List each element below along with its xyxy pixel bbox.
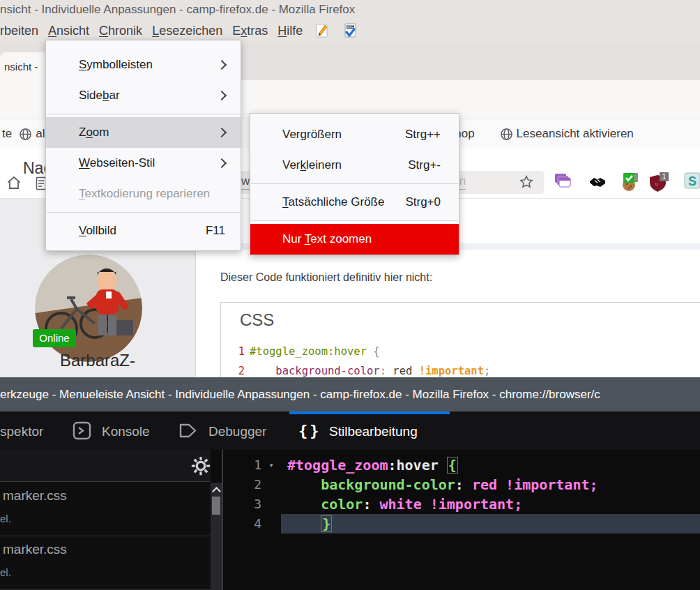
menu-item-zoom[interactable]: Zoom (46, 117, 241, 148)
code-line: 2 background-color: red !important; (227, 361, 490, 379)
line-number[interactable]: 2 (223, 475, 261, 494)
stylesheet-list-toolbar (0, 450, 211, 482)
menu-item-webseiten-stil[interactable]: Webseiten-Stil (46, 148, 241, 179)
bookmark-item[interactable]: Leseansicht aktivieren (500, 127, 634, 141)
menu-separator (251, 183, 458, 184)
svg-text:u: u (655, 181, 658, 187)
tab-debugger[interactable]: Debugger (208, 411, 266, 450)
stylesheet-item[interactable]: marker.cssel. (0, 536, 211, 590)
globe-icon (500, 128, 513, 141)
menu-separator (251, 220, 458, 221)
menu-item-textkodierung-reparieren: Textkodierung reparieren (46, 179, 241, 209)
tab-manager-extension-icon[interactable] (553, 172, 574, 192)
style-editor-braces-icon: {} (298, 411, 321, 450)
bookmark-star-icon[interactable] (519, 174, 534, 192)
style-editor-panel: marker.cssel.marker.cssel. 1▾#toggle_zoo… (0, 450, 700, 590)
bookmark-label: te (2, 127, 12, 141)
tab-stilbearbeitung[interactable]: Stilbearbeitung (329, 411, 418, 450)
menu-item-label: Vollbild (79, 224, 116, 238)
fold-arrow-icon[interactable]: ▾ (261, 455, 281, 475)
bookmark-label: Leseansicht aktivieren (517, 127, 634, 141)
menu-shortcut: Strg+- (408, 158, 441, 172)
tab-title: nsicht - (4, 61, 38, 73)
line-gutter: 1▾ (223, 455, 281, 475)
stylesheet-item[interactable]: marker.cssel. (0, 483, 211, 536)
scrollbar-thumb[interactable] (212, 497, 220, 515)
menubar-item-rbeiten[interactable]: rbeiten (0, 24, 38, 38)
menu-item-label: Webseiten-Stil (79, 156, 155, 170)
browser-toolbox-window: erkzeuge - Menueleiste Ansicht - Individ… (0, 377, 700, 590)
post-author-username[interactable]: BarbaraZ- (0, 351, 195, 370)
menu-item-label: Nur Text zoomen (282, 232, 372, 246)
stylesheet-name: marker.css (3, 542, 211, 557)
editor-line: 2 background-color: red !important; (223, 475, 700, 494)
stylesheet-list: marker.cssel.marker.cssel. (0, 483, 211, 590)
debugger-icon (178, 422, 197, 442)
code-text: #toggle_zoom:hover { (250, 342, 380, 361)
submenu-arrow-icon (217, 128, 227, 137)
menu-shortcut: Strg+0 (405, 195, 441, 209)
window-title: nsicht - Individuelle Anpassungen - camp… (0, 3, 355, 16)
handshake-extension-icon[interactable] (588, 172, 609, 192)
menu-shortcut: F11 (206, 224, 225, 238)
tab-inspektor[interactable]: spektor (0, 411, 43, 450)
zoom-submenu-popup: VergrößernStrg++VerkleinernStrg+-Tatsäch… (250, 113, 459, 255)
submenu-arrow-icon (217, 60, 227, 70)
globe-icon (19, 128, 32, 141)
scrollbar-up-icon[interactable] (212, 487, 221, 496)
menu-item-vollbild[interactable]: VollbildF11 (46, 215, 241, 246)
menu-item-label: Zoom (79, 126, 109, 139)
svg-text:1: 1 (662, 173, 667, 181)
screen: nsicht - Individuelle Anpassungen - camp… (0, 0, 700, 590)
menu-item-label: Vergrößern (282, 128, 342, 142)
code-text[interactable]: #toggle_zoom:hover { (281, 455, 700, 475)
home-icon[interactable] (6, 174, 22, 194)
menu-item-symbolleisten[interactable]: Symbolleisten (46, 50, 241, 80)
toolbox-title: erkzeuge - Menueleiste Ansicht - Individ… (0, 388, 600, 401)
bookmark-item[interactable]: te (2, 127, 12, 141)
note-pencil-icon[interactable] (314, 22, 330, 39)
browser-titlebar: nsicht - Individuelle Anpassungen - camp… (0, 0, 700, 20)
menu-item-verkleinern[interactable]: VerkleinernStrg+- (250, 150, 459, 181)
console-icon (73, 421, 91, 443)
ansicht-menu-popup: SymbolleistenSidebarZoomWebseiten-StilTe… (45, 40, 241, 251)
menu-item-label: Sidebar (79, 89, 120, 103)
code-language-label: CSS (240, 310, 274, 330)
menu-item-nur-text-zoomen[interactable]: Nur Text zoomen (250, 224, 459, 255)
tab-konsole[interactable]: Konsole (102, 411, 150, 450)
line-gutter: 3 (223, 494, 281, 514)
menubar-item-lesezeichen[interactable]: Lesezeichen (152, 24, 222, 38)
menu-item-vergrößern[interactable]: VergrößernStrg++ (250, 119, 459, 150)
menu-item-label: Verkleinern (282, 158, 342, 172)
forum-code-lines: 1#toggle_zoom:hover {2 background-color:… (227, 342, 490, 379)
bookmarks-left: teal (2, 119, 45, 149)
code-text[interactable]: } (281, 514, 700, 534)
menubar-item-extras[interactable]: Extras (232, 24, 268, 38)
menubar-item-hilfe[interactable]: Hilfe (277, 24, 303, 38)
line-number[interactable]: 4 (223, 514, 261, 534)
menu-item-tatsächliche-größe[interactable]: Tatsächliche GrößeStrg+0 (250, 187, 459, 218)
bookmark-item[interactable]: al (19, 127, 45, 141)
online-status-badge: Online (33, 329, 76, 347)
editor-line: 4 } (223, 514, 700, 534)
code-text[interactable]: color: white !important; (281, 494, 700, 514)
gear-icon[interactable] (190, 455, 211, 479)
menubar-item-chronik[interactable]: Chronik (99, 24, 142, 38)
menubar-item-ansicht[interactable]: Ansicht (48, 24, 89, 38)
shield-blocker-extension-icon[interactable]: u 1 (648, 172, 669, 192)
menu-item-sidebar[interactable]: Sidebar (46, 80, 241, 111)
stylesheet-name: marker.css (3, 488, 211, 504)
stylus-extension-icon[interactable]: S (683, 172, 700, 192)
w3c-validator-icon[interactable]: W3C (342, 22, 358, 39)
svg-text:W3C: W3C (347, 25, 355, 29)
line-number[interactable]: 3 (223, 494, 261, 514)
code-text[interactable]: background-color: red !important; (281, 475, 700, 494)
svg-text:S: S (688, 174, 697, 188)
menu-separator (47, 212, 240, 213)
stylesheet-list-scrollbar[interactable] (211, 483, 222, 590)
editor-line: 3 color: white !important; (223, 494, 700, 514)
line-number: 2 (227, 361, 245, 379)
style-editor-code[interactable]: 1▾#toggle_zoom:hover {2 background-color… (223, 450, 700, 590)
cookie-extension-icon[interactable] (619, 172, 640, 192)
line-number[interactable]: 1 (223, 455, 261, 475)
